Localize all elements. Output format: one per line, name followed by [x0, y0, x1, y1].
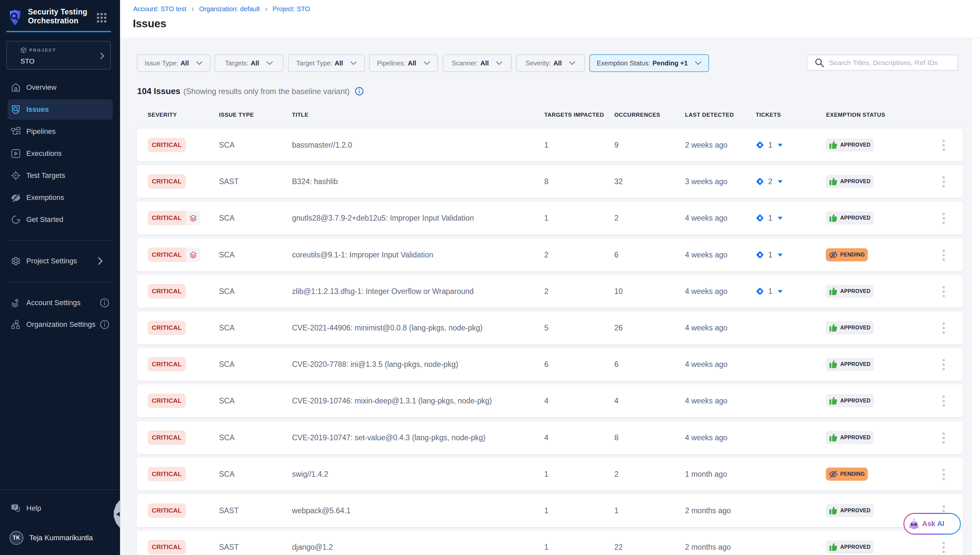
- svg-text:?: ?: [13, 505, 16, 509]
